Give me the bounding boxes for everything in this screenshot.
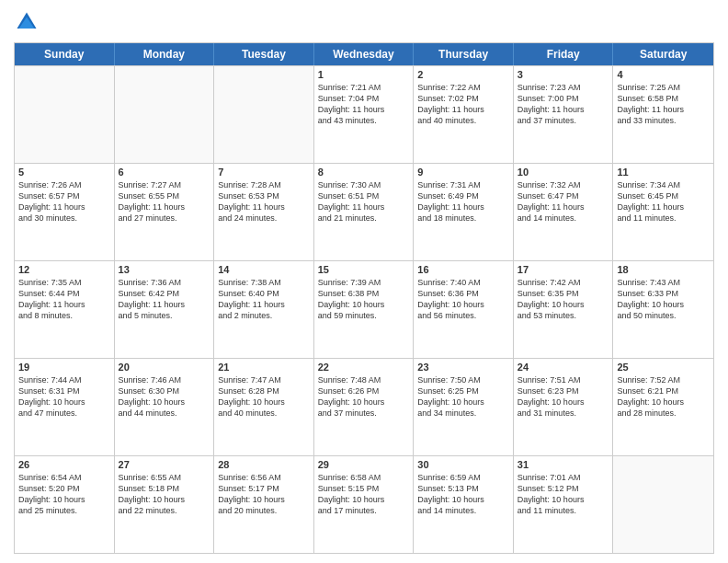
cell-info: Sunrise: 7:42 AM Sunset: 6:35 PM Dayligh… bbox=[518, 277, 609, 322]
day-number: 12 bbox=[18, 264, 110, 275]
calendar-cell: 6Sunrise: 7:27 AM Sunset: 6:55 PM Daylig… bbox=[115, 164, 215, 260]
day-number: 8 bbox=[318, 167, 410, 178]
calendar-cell: 22Sunrise: 7:48 AM Sunset: 6:26 PM Dayli… bbox=[314, 359, 415, 455]
day-number: 6 bbox=[119, 167, 210, 178]
cell-info: Sunrise: 6:55 AM Sunset: 5:18 PM Dayligh… bbox=[119, 472, 210, 517]
day-number: 31 bbox=[518, 459, 609, 470]
cell-info: Sunrise: 7:52 AM Sunset: 6:21 PM Dayligh… bbox=[617, 374, 710, 419]
day-number: 21 bbox=[218, 362, 310, 373]
cell-info: Sunrise: 7:21 AM Sunset: 7:04 PM Dayligh… bbox=[318, 82, 410, 127]
calendar-cell: 12Sunrise: 7:35 AM Sunset: 6:44 PM Dayli… bbox=[15, 261, 115, 358]
calendar-cell: 19Sunrise: 7:44 AM Sunset: 6:31 PM Dayli… bbox=[15, 359, 115, 455]
day-number: 18 bbox=[617, 264, 710, 275]
page: SundayMondayTuesdayWednesdayThursdayFrid… bbox=[0, 0, 728, 563]
calendar-cell: 13Sunrise: 7:36 AM Sunset: 6:42 PM Dayli… bbox=[115, 261, 215, 358]
calendar-body: 1Sunrise: 7:21 AM Sunset: 7:04 PM Daylig… bbox=[15, 65, 713, 553]
cell-info: Sunrise: 7:36 AM Sunset: 6:42 PM Dayligh… bbox=[119, 277, 210, 322]
day-number: 5 bbox=[18, 167, 110, 178]
day-number: 22 bbox=[318, 362, 410, 373]
calendar-cell: 11Sunrise: 7:34 AM Sunset: 6:45 PM Dayli… bbox=[613, 164, 713, 260]
calendar-row: 26Sunrise: 6:54 AM Sunset: 5:20 PM Dayli… bbox=[15, 455, 713, 553]
cell-info: Sunrise: 7:26 AM Sunset: 6:57 PM Dayligh… bbox=[18, 179, 110, 224]
day-number: 25 bbox=[617, 362, 710, 373]
cell-info: Sunrise: 7:25 AM Sunset: 6:58 PM Dayligh… bbox=[617, 82, 710, 127]
logo bbox=[14, 9, 43, 35]
calendar-cell: 9Sunrise: 7:31 AM Sunset: 6:49 PM Daylig… bbox=[414, 164, 514, 260]
weekday-header: Thursday bbox=[414, 43, 514, 65]
calendar-cell: 17Sunrise: 7:42 AM Sunset: 6:35 PM Dayli… bbox=[514, 261, 614, 358]
calendar-row: 5Sunrise: 7:26 AM Sunset: 6:57 PM Daylig… bbox=[15, 163, 713, 260]
day-number: 2 bbox=[417, 69, 509, 80]
calendar-row: 1Sunrise: 7:21 AM Sunset: 7:04 PM Daylig… bbox=[15, 65, 713, 163]
cell-info: Sunrise: 7:32 AM Sunset: 6:47 PM Dayligh… bbox=[518, 179, 609, 224]
cell-info: Sunrise: 7:22 AM Sunset: 7:02 PM Dayligh… bbox=[417, 82, 509, 127]
calendar-row: 12Sunrise: 7:35 AM Sunset: 6:44 PM Dayli… bbox=[15, 260, 713, 358]
day-number: 4 bbox=[617, 69, 710, 80]
calendar-cell: 21Sunrise: 7:47 AM Sunset: 6:28 PM Dayli… bbox=[214, 359, 314, 455]
cell-info: Sunrise: 7:44 AM Sunset: 6:31 PM Dayligh… bbox=[18, 374, 110, 419]
calendar-cell: 31Sunrise: 7:01 AM Sunset: 5:12 PM Dayli… bbox=[514, 456, 614, 553]
day-number: 23 bbox=[417, 362, 509, 373]
calendar-cell: 5Sunrise: 7:26 AM Sunset: 6:57 PM Daylig… bbox=[15, 164, 115, 260]
cell-info: Sunrise: 7:38 AM Sunset: 6:40 PM Dayligh… bbox=[218, 277, 310, 322]
calendar-cell: 10Sunrise: 7:32 AM Sunset: 6:47 PM Dayli… bbox=[514, 164, 614, 260]
calendar-cell: 24Sunrise: 7:51 AM Sunset: 6:23 PM Dayli… bbox=[514, 359, 614, 455]
calendar-cell: 30Sunrise: 6:59 AM Sunset: 5:13 PM Dayli… bbox=[414, 456, 514, 553]
day-number: 13 bbox=[119, 264, 210, 275]
day-number: 11 bbox=[617, 167, 710, 178]
logo-icon bbox=[14, 9, 40, 35]
calendar-cell: 8Sunrise: 7:30 AM Sunset: 6:51 PM Daylig… bbox=[314, 164, 415, 260]
cell-info: Sunrise: 6:56 AM Sunset: 5:17 PM Dayligh… bbox=[218, 472, 310, 517]
cell-info: Sunrise: 7:34 AM Sunset: 6:45 PM Dayligh… bbox=[617, 179, 710, 224]
calendar-row: 19Sunrise: 7:44 AM Sunset: 6:31 PM Dayli… bbox=[15, 358, 713, 455]
weekday-header: Monday bbox=[115, 43, 215, 65]
calendar-cell: 16Sunrise: 7:40 AM Sunset: 6:36 PM Dayli… bbox=[414, 261, 514, 358]
day-number: 14 bbox=[218, 264, 310, 275]
day-number: 3 bbox=[518, 69, 609, 80]
calendar-cell: 14Sunrise: 7:38 AM Sunset: 6:40 PM Dayli… bbox=[214, 261, 314, 358]
cell-info: Sunrise: 7:50 AM Sunset: 6:25 PM Dayligh… bbox=[417, 374, 509, 419]
cell-info: Sunrise: 7:30 AM Sunset: 6:51 PM Dayligh… bbox=[318, 179, 410, 224]
cell-info: Sunrise: 7:40 AM Sunset: 6:36 PM Dayligh… bbox=[417, 277, 509, 322]
cell-info: Sunrise: 6:58 AM Sunset: 5:15 PM Dayligh… bbox=[318, 472, 410, 517]
calendar-cell: 15Sunrise: 7:39 AM Sunset: 6:38 PM Dayli… bbox=[314, 261, 415, 358]
weekday-header: Sunday bbox=[15, 43, 115, 65]
calendar-cell: 20Sunrise: 7:46 AM Sunset: 6:30 PM Dayli… bbox=[115, 359, 215, 455]
calendar-cell bbox=[613, 456, 713, 553]
calendar-cell bbox=[115, 66, 215, 163]
calendar-cell: 26Sunrise: 6:54 AM Sunset: 5:20 PM Dayli… bbox=[15, 456, 115, 553]
calendar-cell: 4Sunrise: 7:25 AM Sunset: 6:58 PM Daylig… bbox=[613, 66, 713, 163]
day-number: 10 bbox=[518, 167, 609, 178]
calendar-cell bbox=[214, 66, 314, 163]
cell-info: Sunrise: 7:39 AM Sunset: 6:38 PM Dayligh… bbox=[318, 277, 410, 322]
cell-info: Sunrise: 7:43 AM Sunset: 6:33 PM Dayligh… bbox=[617, 277, 710, 322]
calendar-cell: 28Sunrise: 6:56 AM Sunset: 5:17 PM Dayli… bbox=[214, 456, 314, 553]
cell-info: Sunrise: 6:54 AM Sunset: 5:20 PM Dayligh… bbox=[18, 472, 110, 517]
day-number: 24 bbox=[518, 362, 609, 373]
calendar-cell: 29Sunrise: 6:58 AM Sunset: 5:15 PM Dayli… bbox=[314, 456, 415, 553]
day-number: 20 bbox=[119, 362, 210, 373]
day-number: 19 bbox=[18, 362, 110, 373]
calendar-cell: 23Sunrise: 7:50 AM Sunset: 6:25 PM Dayli… bbox=[414, 359, 514, 455]
day-number: 16 bbox=[417, 264, 509, 275]
calendar-cell: 1Sunrise: 7:21 AM Sunset: 7:04 PM Daylig… bbox=[314, 66, 415, 163]
calendar-cell: 2Sunrise: 7:22 AM Sunset: 7:02 PM Daylig… bbox=[414, 66, 514, 163]
calendar-cell bbox=[15, 66, 115, 163]
cell-info: Sunrise: 6:59 AM Sunset: 5:13 PM Dayligh… bbox=[417, 472, 509, 517]
cell-info: Sunrise: 7:51 AM Sunset: 6:23 PM Dayligh… bbox=[518, 374, 609, 419]
calendar-cell: 18Sunrise: 7:43 AM Sunset: 6:33 PM Dayli… bbox=[613, 261, 713, 358]
weekday-header: Wednesday bbox=[314, 43, 415, 65]
day-number: 26 bbox=[18, 459, 110, 470]
day-number: 28 bbox=[218, 459, 310, 470]
cell-info: Sunrise: 7:01 AM Sunset: 5:12 PM Dayligh… bbox=[518, 472, 609, 517]
calendar: SundayMondayTuesdayWednesdayThursdayFrid… bbox=[14, 42, 714, 554]
calendar-cell: 3Sunrise: 7:23 AM Sunset: 7:00 PM Daylig… bbox=[514, 66, 614, 163]
cell-info: Sunrise: 7:48 AM Sunset: 6:26 PM Dayligh… bbox=[318, 374, 410, 419]
day-number: 17 bbox=[518, 264, 609, 275]
day-number: 15 bbox=[318, 264, 410, 275]
day-number: 7 bbox=[218, 167, 310, 178]
calendar-header: SundayMondayTuesdayWednesdayThursdayFrid… bbox=[15, 43, 713, 65]
day-number: 29 bbox=[318, 459, 410, 470]
day-number: 27 bbox=[119, 459, 210, 470]
calendar-cell: 7Sunrise: 7:28 AM Sunset: 6:53 PM Daylig… bbox=[214, 164, 314, 260]
